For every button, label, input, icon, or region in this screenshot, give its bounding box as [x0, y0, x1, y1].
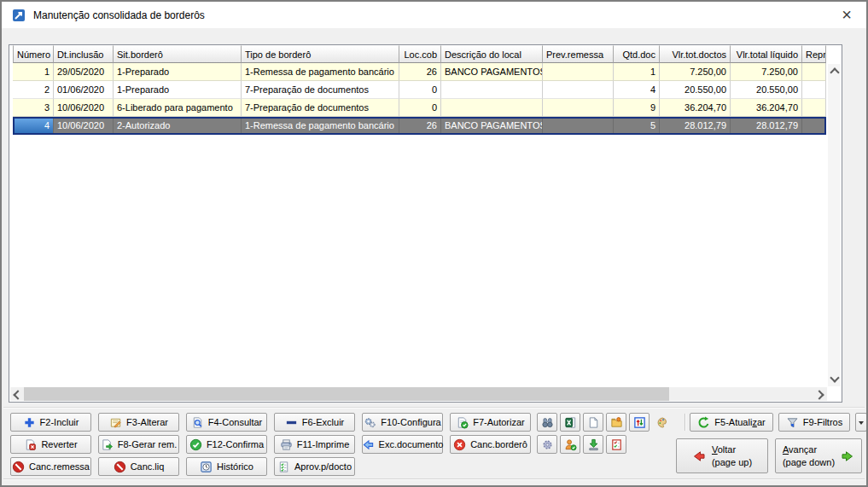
filter-dropdown-button[interactable] [855, 413, 867, 432]
button-label: Avançar (page down) [783, 444, 835, 468]
cell-repre [802, 81, 826, 99]
icon-toolbar-row-1 [537, 413, 673, 432]
button-label: Canc.remessa [29, 461, 90, 472]
person-check-icon [564, 438, 577, 451]
window-title: Manutenção consolidada de borderôs [33, 9, 205, 21]
f10-configura-button[interactable]: F10-Configura [362, 413, 443, 432]
data-grid: NúmeroDt.inclusãoSit.borderôTipo de bord… [9, 44, 842, 403]
cell-repre [802, 117, 826, 135]
f8-gerar-rem-button[interactable]: F8-Gerar rem. [98, 435, 179, 454]
column-header-dt-inclusao[interactable]: Dt.inclusão [54, 45, 114, 63]
column-header-vlr-tot-doctos[interactable]: Vlr.tot.doctos [660, 45, 731, 63]
table-row[interactable]: 410/06/20202-Autorizado1-Remessa de paga… [13, 117, 826, 135]
canc-remessa-button[interactable]: Canc.remessa [10, 457, 91, 476]
checklist-icon [610, 438, 623, 451]
button-label: Aprov.p/docto [294, 461, 352, 472]
f12-confirma-button[interactable]: F12-Confirma [186, 435, 267, 454]
f11-imprime-button[interactable]: F11-Imprime [274, 435, 355, 454]
scrollbar-thumb[interactable] [24, 387, 669, 401]
toolbar-row-1: F2-IncluirF3-AlterarF4-ConsultarF6-Exclu… [10, 413, 531, 432]
cell-loc-cob: 26 [399, 117, 441, 135]
search-doc-icon [191, 416, 204, 429]
download-button[interactable] [583, 435, 603, 454]
vertical-scrollbar[interactable] [828, 64, 841, 386]
new-doc-button[interactable] [583, 413, 603, 432]
cell-numero: 1 [13, 63, 54, 81]
binoculars-icon [541, 416, 554, 429]
cell-vlr-total-liquido: 36.204,70 [731, 99, 802, 117]
binoculars-button[interactable] [537, 413, 557, 432]
minus-icon [285, 416, 298, 429]
palette-icon [656, 416, 669, 429]
settings-button[interactable] [537, 435, 557, 454]
folder-note-icon [610, 416, 623, 429]
user-check-button[interactable] [560, 435, 580, 454]
canc-bordero-button[interactable]: Canc.borderô [450, 435, 531, 454]
toolbar-right-group: F5-Atualizar F9-Filtros [690, 413, 867, 432]
cell-descricao-local [441, 99, 543, 117]
cell-sit-bordero: 1-Preparado [114, 63, 242, 81]
chevron-down-icon [859, 421, 864, 427]
cell-dt-inclusao: 10/06/2020 [54, 117, 114, 135]
cell-sit-bordero: 1-Preparado [114, 81, 242, 99]
cell-tipo-bordero: 1-Remessa de pagamento bancário [242, 117, 399, 135]
close-button[interactable]: × [836, 4, 858, 25]
reverter-button[interactable]: Reverter [10, 435, 91, 454]
avancar-page-down-button[interactable]: Avançar (page down) [775, 438, 862, 473]
sort-button[interactable] [629, 413, 650, 432]
cell-loc-cob: 0 [399, 81, 441, 99]
f7-autorizar-button[interactable]: F7-Autorizar [450, 413, 531, 432]
button-label: F4-Consultar [208, 417, 263, 427]
scroll-right-icon[interactable] [814, 390, 824, 399]
table-row[interactable]: 201/06/20201-Preparado7-Preparação de do… [13, 81, 826, 99]
column-header-descricao-local[interactable]: Descrição do local [441, 45, 543, 63]
voltar-page-up-button[interactable]: Voltar (page up) [676, 438, 768, 473]
button-label: Histórico [217, 461, 253, 472]
scroll-down-icon[interactable] [830, 373, 839, 382]
f3-alterar-button[interactable]: F3-Alterar [98, 413, 179, 432]
f5-atualizar-button[interactable]: F5-Atualizar [690, 413, 773, 432]
doc-check-icon [456, 416, 469, 429]
cell-vlr-total-liquido: 28.012,79 [731, 117, 802, 135]
cell-vlr-tot-doctos: 28.012,79 [660, 117, 731, 135]
export-excel-button[interactable] [560, 413, 580, 432]
doc-arrow-icon [101, 438, 114, 451]
f4-consultar-button[interactable]: F4-Consultar [186, 413, 267, 432]
exc-documento-button[interactable]: Exc.documento [362, 435, 443, 454]
table-row[interactable]: 129/05/20201-Preparado1-Remessa de pagam… [13, 63, 826, 81]
f6-excluir-button[interactable]: F6-Excluir [274, 413, 355, 432]
arrow-red-left-icon [692, 449, 706, 463]
folder-note-button[interactable] [606, 413, 626, 432]
column-header-numero[interactable]: Número [13, 45, 54, 63]
column-header-loc-cob[interactable]: Loc.cob [399, 45, 441, 63]
button-label: Voltar (page up) [712, 444, 752, 468]
button-label: Canc.liq [131, 461, 165, 472]
horizontal-scrollbar[interactable] [10, 387, 827, 401]
grid-header: NúmeroDt.inclusãoSit.borderôTipo de bord… [13, 45, 826, 63]
button-label: Canc.borderô [470, 439, 527, 449]
canc-liq-button[interactable]: Canc.liq [98, 457, 179, 476]
column-header-prev-remessa[interactable]: Prev.remessa [543, 45, 614, 63]
cell-descricao-local: BANCO PAGAMENTOS [441, 63, 543, 81]
historico-button[interactable]: Histórico [186, 457, 267, 476]
column-header-tipo-bordero[interactable]: Tipo de borderô [242, 45, 399, 63]
column-header-vlr-total-liquido[interactable]: Vlr.total líquido [731, 45, 802, 63]
f2-incluir-button[interactable]: F2-Incluir [10, 413, 91, 432]
checklist-button[interactable] [606, 435, 626, 454]
recycle-icon [697, 416, 710, 429]
f9-filtros-button[interactable]: F9-Filtros [778, 413, 850, 432]
palette-button[interactable] [652, 413, 673, 432]
no-entry-icon [12, 461, 25, 473]
cell-vlr-tot-doctos: 7.250,00 [660, 63, 731, 81]
icon-toolbar-row-2 [537, 435, 626, 454]
scroll-left-icon[interactable] [13, 390, 22, 399]
column-header-repre[interactable]: Repre [802, 45, 826, 63]
aprov-p-docto-button[interactable]: Aprov.p/docto [274, 457, 355, 476]
table-row[interactable]: 310/06/20206-Liberado para pagamento7-Pr… [13, 99, 826, 117]
no-entry-icon [114, 461, 126, 473]
doc-cancel-icon [24, 438, 37, 451]
column-header-qtd-doc[interactable]: Qtd.doc [614, 45, 660, 63]
grid-body: 129/05/20201-Preparado1-Remessa de pagam… [13, 63, 826, 135]
scroll-up-icon[interactable] [830, 67, 839, 77]
column-header-sit-bordero[interactable]: Sit.borderô [114, 45, 242, 63]
